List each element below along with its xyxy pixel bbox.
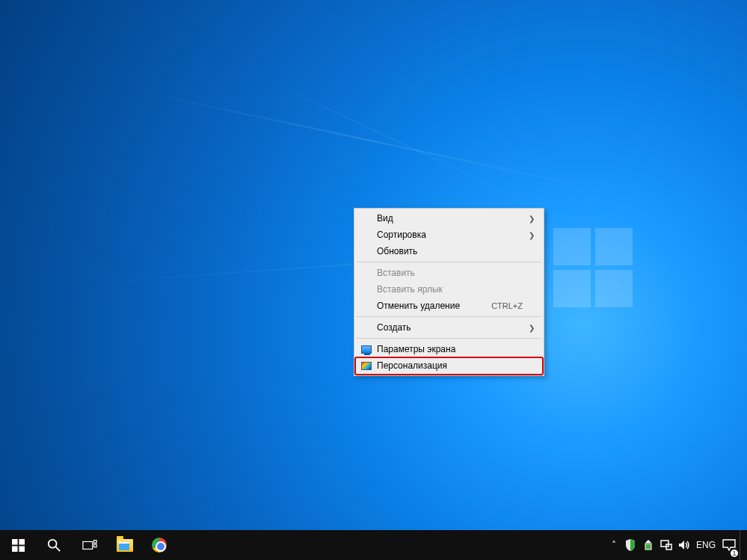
menu-item-label: Обновить: [377, 246, 523, 256]
chrome-icon: [152, 538, 167, 553]
tray-network-button[interactable]: [657, 530, 675, 560]
submenu-arrow-icon: ❯: [529, 215, 535, 223]
desktop[interactable]: Вид ❯ Сортировка ❯ Обновить Вставить Вст…: [0, 0, 747, 560]
menu-item-label: Персонализация: [377, 360, 523, 371]
task-view-icon: [82, 539, 97, 551]
shield-icon: [625, 539, 636, 551]
svg-rect-1: [19, 539, 25, 545]
submenu-arrow-icon: ❯: [529, 231, 535, 239]
taskbar-right: ˄: [606, 530, 747, 560]
menu-separator: [357, 262, 541, 262]
language-label: ENG: [696, 540, 716, 550]
menu-item-sort[interactable]: Сортировка ❯: [356, 227, 542, 243]
menu-item-paste: Вставить: [356, 265, 542, 281]
taskbar-left: [0, 530, 176, 560]
file-explorer-icon: [117, 539, 133, 552]
chevron-up-icon: ˄: [612, 540, 616, 550]
menu-item-undo-delete[interactable]: Отменить удаление CTRL+Z: [356, 298, 542, 314]
menu-item-label: Вид: [377, 213, 523, 224]
volume-icon: [678, 539, 690, 551]
menu-item-label: Создать: [377, 322, 523, 333]
light-streak: [135, 90, 603, 191]
menu-item-label: Вставить: [377, 268, 523, 278]
network-icon: [660, 539, 672, 551]
menu-separator: [357, 316, 541, 317]
search-icon: [47, 538, 61, 552]
task-view-button[interactable]: [72, 530, 108, 560]
search-button[interactable]: [36, 530, 72, 560]
start-icon: [12, 539, 25, 552]
windows-logo-wallpaper: [553, 228, 636, 310]
menu-item-paste-shortcut: Вставить ярлык: [356, 281, 542, 298]
start-button[interactable]: [0, 530, 36, 560]
svg-point-4: [49, 540, 57, 548]
display-settings-icon: [360, 343, 372, 355]
menu-item-new[interactable]: Создать ❯: [356, 319, 542, 336]
menu-item-refresh[interactable]: Обновить: [356, 243, 542, 259]
svg-rect-9: [645, 544, 651, 550]
svg-rect-7: [93, 541, 96, 544]
menu-separator: [357, 338, 541, 339]
svg-rect-2: [12, 546, 18, 552]
show-desktop-button[interactable]: [740, 530, 744, 560]
tray-security-icon[interactable]: [621, 530, 639, 560]
tray-safely-remove-icon[interactable]: [639, 530, 657, 560]
menu-item-label: Отменить удаление: [377, 301, 491, 311]
menu-item-personalize[interactable]: Персонализация: [356, 357, 542, 374]
svg-rect-6: [83, 541, 93, 549]
menu-item-label: Параметры экрана: [377, 344, 523, 354]
menu-item-label: Сортировка: [377, 230, 523, 240]
menu-item-label: Вставить ярлык: [377, 284, 523, 295]
file-explorer-button[interactable]: [108, 530, 142, 560]
menu-item-view[interactable]: Вид ❯: [356, 210, 542, 227]
personalize-icon: [360, 360, 372, 372]
submenu-arrow-icon: ❯: [529, 324, 535, 332]
menu-item-shortcut: CTRL+Z: [491, 301, 523, 310]
notification-badge: 1: [731, 550, 738, 557]
desktop-context-menu: Вид ❯ Сортировка ❯ Обновить Вставить Вст…: [354, 208, 544, 376]
svg-rect-3: [19, 546, 25, 552]
language-indicator[interactable]: ENG: [693, 530, 719, 560]
taskbar: ˄: [0, 530, 747, 560]
svg-rect-0: [12, 539, 18, 545]
usb-eject-icon: [643, 539, 654, 551]
chrome-button[interactable]: [142, 530, 176, 560]
svg-rect-8: [93, 544, 96, 547]
tray-volume-button[interactable]: [675, 530, 693, 560]
action-center-button[interactable]: 1: [719, 530, 740, 560]
menu-item-display-settings[interactable]: Параметры экрана: [356, 341, 542, 357]
tray-overflow-button[interactable]: ˄: [606, 530, 621, 560]
svg-rect-10: [661, 541, 668, 547]
light-streak: [224, 60, 564, 219]
svg-line-5: [56, 547, 60, 551]
